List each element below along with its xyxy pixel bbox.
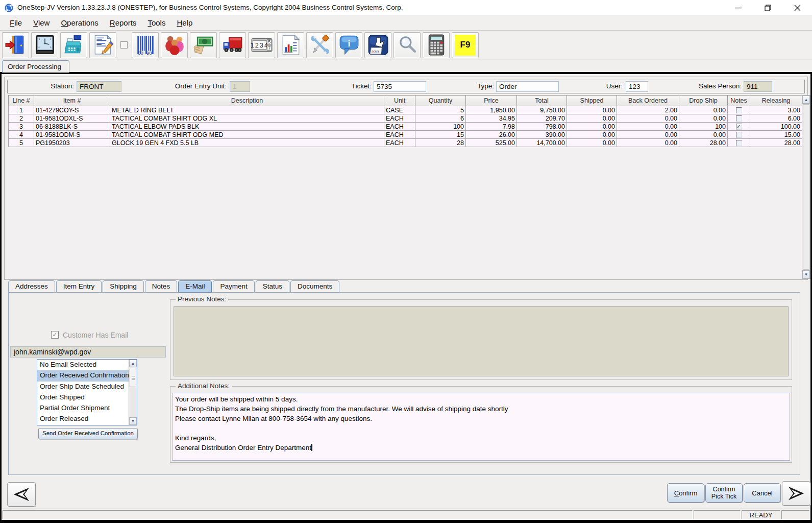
notes-checkbox[interactable] (736, 140, 742, 146)
cell-notes_checked[interactable] (728, 123, 750, 131)
cell-line: 1 (9, 106, 34, 114)
listbox-scroll-down-icon[interactable]: ▼ (129, 417, 137, 425)
cell-line: 2 (9, 114, 34, 123)
email-address-field[interactable]: john.kaminski@wpd.gov (10, 346, 166, 358)
user-field[interactable]: 123 (626, 81, 648, 92)
calculator-button[interactable] (423, 32, 450, 58)
notes-button[interactable]: notes (364, 32, 391, 58)
next-button[interactable] (782, 481, 810, 506)
menu-view[interactable]: View (28, 17, 55, 29)
search-button[interactable] (393, 32, 421, 58)
barcode-button[interactable]: 30 98 (132, 32, 159, 58)
notes-checkbox[interactable] (736, 115, 742, 122)
listbox-scroll-up-icon[interactable]: ▲ (129, 360, 137, 367)
notes-checkbox[interactable] (736, 107, 742, 113)
time-clock-button[interactable] (31, 32, 58, 58)
customers-button[interactable] (161, 32, 188, 58)
tools-button[interactable] (306, 32, 333, 58)
listbox-scrollbar[interactable]: ▲ ▼ (129, 360, 137, 425)
tab-documents[interactable]: Documents (290, 280, 339, 293)
email-template-option[interactable]: Order Released (37, 414, 129, 424)
table-row[interactable]: 101-4279COY-SMETAL D RING BELTCASE51,950… (9, 106, 802, 114)
tab-status[interactable]: Status (256, 280, 289, 293)
cell-drop_ship: 100 (679, 123, 728, 131)
table-row[interactable]: 401-9581ODM-STACTICAL COMBAT SHIRT ODG M… (9, 131, 802, 139)
station-field[interactable]: FRONT (77, 81, 121, 92)
tab-addresses[interactable]: Addresses (8, 280, 55, 293)
order-entry-button[interactable] (89, 32, 116, 58)
cell-drop_ship: 28.00 (679, 139, 728, 147)
ticket-field[interactable]: 5735 (374, 81, 426, 92)
toolbar-checkbox[interactable] (120, 41, 128, 49)
status-bar: READY (2, 509, 810, 520)
menu-tools[interactable]: Tools (142, 17, 171, 29)
email-template-option[interactable]: Order Received Confirmation (37, 370, 129, 381)
cell-notes_checked[interactable] (728, 131, 750, 139)
notes-checkbox[interactable] (736, 132, 742, 138)
ticket-label: Ticket: (327, 82, 372, 90)
scroll-down-icon[interactable]: ▼ (802, 270, 810, 278)
cell-price: 1,950.00 (466, 106, 517, 114)
minimize-button[interactable] (723, 0, 753, 15)
exit-button[interactable] (2, 32, 29, 58)
cell-releasing: 100.00 (750, 123, 802, 131)
previous-notes-textarea[interactable] (174, 306, 789, 376)
additional-notes-textarea[interactable]: Your order will be shipped within 5 days… (172, 393, 790, 461)
cell-total: 9,750.00 (517, 106, 567, 114)
email-template-option[interactable]: No Email Selected (37, 360, 129, 370)
confirm-pick-tick-button[interactable]: Confirm Pick Tick (705, 483, 743, 503)
menu-reports[interactable]: Reports (104, 17, 142, 29)
email-template-option[interactable]: Order Shipped (37, 392, 129, 403)
cell-unit: CASE (384, 106, 415, 114)
tab-email[interactable]: E-Mail (178, 280, 212, 293)
menu-help[interactable]: Help (171, 17, 198, 29)
menu-operations[interactable]: Operations (55, 17, 104, 29)
table-row[interactable]: 306-8188BLK-STACTICAL ELBOW PADS BLKEACH… (9, 123, 802, 131)
svg-text:7: 7 (268, 45, 270, 51)
scrollbar-thumb[interactable] (803, 104, 809, 270)
tab-payment[interactable]: Payment (213, 280, 254, 293)
cell-unit: EACH (384, 123, 415, 131)
send-email-button[interactable]: Send Order Received Confirmation (38, 428, 138, 439)
customer-has-email-checkbox[interactable] (51, 331, 59, 339)
scroll-up-icon[interactable]: ▲ (802, 96, 810, 104)
counter-button[interactable]: 1234 5 7 (248, 32, 275, 58)
close-button[interactable] (782, 0, 812, 15)
email-template-option[interactable]: Order Ship Date Scheduled (37, 382, 129, 392)
cancel-button[interactable]: Cancel (744, 483, 781, 503)
table-row[interactable]: 201-9581ODXL-STACTICAL COMBAT SHIRT ODG … (9, 114, 802, 123)
notes-checkbox[interactable] (736, 124, 742, 130)
cell-notes_checked[interactable] (728, 114, 750, 123)
order-entry-unit-field[interactable]: 1 (230, 81, 250, 92)
confirm-button[interactable]: Confirm (667, 483, 704, 503)
svg-text:5: 5 (268, 39, 270, 44)
items-table-scrollbar[interactable]: ▲ ▼ (802, 95, 810, 279)
info-button[interactable]: i (335, 32, 362, 58)
table-row[interactable]: 5PG1950203GLOCK 19 GEN 4 FXD 5.5 LBEACH2… (9, 139, 802, 147)
column-header: Notes (728, 96, 750, 106)
type-field[interactable]: Order (496, 81, 559, 92)
payment-button[interactable] (190, 32, 217, 58)
menu-file[interactable]: File (4, 17, 28, 29)
cell-desc: GLOCK 19 GEN 4 FXD 5.5 LB (110, 139, 384, 147)
restore-button[interactable] (753, 0, 782, 15)
previous-button[interactable] (7, 482, 36, 507)
listbox-scrollbar-thumb[interactable] (130, 368, 136, 387)
cell-item: PG1950203 (34, 139, 110, 147)
sales-person-field[interactable]: 911 (744, 81, 772, 92)
email-template-option[interactable]: Partial Order Shipment (37, 403, 129, 414)
cell-releasing: 28.00 (750, 139, 802, 147)
tab-order-processing[interactable]: Order Processing (2, 60, 69, 73)
items-table: Line #Item #DescriptionUnitQuantityPrice… (8, 95, 802, 279)
cell-qty: 100 (415, 123, 466, 131)
cash-register-button[interactable] (60, 32, 87, 58)
cell-notes_checked[interactable] (728, 139, 750, 147)
shipping-button[interactable] (219, 32, 246, 58)
cell-notes_checked[interactable] (728, 106, 750, 114)
tab-item-entry[interactable]: Item Entry (56, 280, 102, 293)
reports-button[interactable] (277, 32, 304, 58)
tab-shipping[interactable]: Shipping (103, 280, 144, 293)
f9-button[interactable]: F9 (452, 32, 479, 58)
user-label: User: (586, 82, 623, 90)
tab-notes[interactable]: Notes (145, 280, 177, 293)
